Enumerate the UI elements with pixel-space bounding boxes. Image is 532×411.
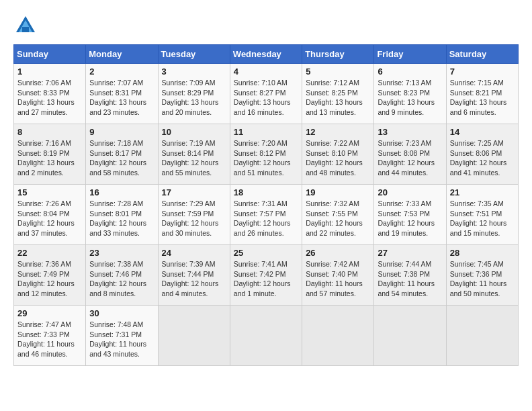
day-header-friday: Friday: [374, 45, 446, 64]
day-header-sunday: Sunday: [14, 45, 86, 64]
day-header-tuesday: Tuesday: [158, 45, 230, 64]
calendar-cell: 28Sunrise: 7:45 AM Sunset: 7:36 PM Dayli…: [446, 245, 518, 306]
day-number: 20: [378, 187, 442, 197]
day-info: Sunrise: 7:38 AM Sunset: 7:46 PM Dayligh…: [89, 259, 154, 299]
day-header-saturday: Saturday: [446, 45, 518, 64]
calendar-cell: 12Sunrise: 7:22 AM Sunset: 8:10 PM Dayli…: [302, 124, 374, 185]
calendar-cell: 14Sunrise: 7:25 AM Sunset: 8:06 PM Dayli…: [446, 124, 518, 185]
calendar-cell: 30Sunrise: 7:48 AM Sunset: 7:31 PM Dayli…: [86, 306, 158, 366]
day-info: Sunrise: 7:16 AM Sunset: 8:19 PM Dayligh…: [17, 138, 82, 178]
day-info: Sunrise: 7:41 AM Sunset: 7:42 PM Dayligh…: [234, 259, 298, 299]
day-info: Sunrise: 7:26 AM Sunset: 8:04 PM Dayligh…: [17, 199, 82, 238]
day-info: Sunrise: 7:18 AM Sunset: 8:17 PM Dayligh…: [89, 138, 154, 178]
calendar-cell: 10Sunrise: 7:19 AM Sunset: 8:14 PM Dayli…: [158, 124, 230, 185]
day-info: Sunrise: 7:28 AM Sunset: 8:01 PM Dayligh…: [89, 199, 154, 238]
calendar-week-5: 29Sunrise: 7:47 AM Sunset: 7:33 PM Dayli…: [14, 306, 519, 366]
day-number: 30: [89, 308, 154, 318]
svg-rect-2: [22, 27, 29, 32]
day-number: 15: [17, 187, 82, 197]
calendar-table: SundayMondayTuesdayWednesdayThursdayFrid…: [13, 44, 519, 366]
day-info: Sunrise: 7:44 AM Sunset: 7:38 PM Dayligh…: [378, 259, 442, 299]
calendar-cell: 9Sunrise: 7:18 AM Sunset: 8:17 PM Daylig…: [86, 124, 158, 185]
day-number: 27: [378, 248, 442, 258]
calendar-cell: 23Sunrise: 7:38 AM Sunset: 7:46 PM Dayli…: [86, 245, 158, 306]
day-number: 19: [306, 187, 370, 197]
calendar-week-1: 1Sunrise: 7:06 AM Sunset: 8:33 PM Daylig…: [14, 64, 519, 124]
day-number: 26: [306, 248, 370, 258]
calendar-cell: 5Sunrise: 7:12 AM Sunset: 8:25 PM Daylig…: [302, 64, 374, 124]
day-info: Sunrise: 7:33 AM Sunset: 7:53 PM Dayligh…: [378, 199, 442, 238]
day-info: Sunrise: 7:48 AM Sunset: 7:31 PM Dayligh…: [89, 320, 154, 359]
calendar-cell: [446, 306, 518, 366]
calendar-cell: 22Sunrise: 7:36 AM Sunset: 7:49 PM Dayli…: [14, 245, 86, 306]
day-header-wednesday: Wednesday: [230, 45, 302, 64]
calendar-cell: 4Sunrise: 7:10 AM Sunset: 8:27 PM Daylig…: [230, 64, 302, 124]
day-info: Sunrise: 7:22 AM Sunset: 8:10 PM Dayligh…: [306, 138, 370, 178]
calendar-cell: 2Sunrise: 7:07 AM Sunset: 8:31 PM Daylig…: [86, 64, 158, 124]
day-info: Sunrise: 7:23 AM Sunset: 8:08 PM Dayligh…: [378, 138, 442, 178]
calendar-cell: 17Sunrise: 7:29 AM Sunset: 7:59 PM Dayli…: [158, 185, 230, 245]
day-number: 6: [378, 66, 442, 77]
day-number: 8: [17, 127, 82, 137]
page-header: [13, 13, 519, 38]
calendar-cell: 26Sunrise: 7:42 AM Sunset: 7:40 PM Dayli…: [302, 245, 374, 306]
day-number: 28: [450, 248, 515, 258]
day-number: 2: [89, 66, 154, 77]
day-info: Sunrise: 7:15 AM Sunset: 8:21 PM Dayligh…: [450, 78, 515, 118]
calendar-cell: 27Sunrise: 7:44 AM Sunset: 7:38 PM Dayli…: [374, 245, 446, 306]
calendar-cell: 11Sunrise: 7:20 AM Sunset: 8:12 PM Dayli…: [230, 124, 302, 185]
day-number: 1: [17, 66, 82, 77]
calendar-cell: 19Sunrise: 7:32 AM Sunset: 7:55 PM Dayli…: [302, 185, 374, 245]
calendar-cell: 15Sunrise: 7:26 AM Sunset: 8:04 PM Dayli…: [14, 185, 86, 245]
day-number: 21: [450, 187, 515, 197]
day-info: Sunrise: 7:36 AM Sunset: 7:49 PM Dayligh…: [17, 259, 82, 299]
day-info: Sunrise: 7:06 AM Sunset: 8:33 PM Dayligh…: [17, 78, 82, 118]
day-number: 5: [306, 66, 370, 77]
calendar-cell: 1Sunrise: 7:06 AM Sunset: 8:33 PM Daylig…: [14, 64, 86, 124]
calendar-cell: 6Sunrise: 7:13 AM Sunset: 8:23 PM Daylig…: [374, 64, 446, 124]
day-info: Sunrise: 7:42 AM Sunset: 7:40 PM Dayligh…: [306, 259, 370, 299]
calendar-cell: 20Sunrise: 7:33 AM Sunset: 7:53 PM Dayli…: [374, 185, 446, 245]
days-header-row: SundayMondayTuesdayWednesdayThursdayFrid…: [14, 45, 519, 64]
day-header-thursday: Thursday: [302, 45, 374, 64]
day-number: 7: [450, 66, 515, 77]
calendar-cell: [230, 306, 302, 366]
calendar-cell: 3Sunrise: 7:09 AM Sunset: 8:29 PM Daylig…: [158, 64, 230, 124]
day-number: 10: [162, 127, 226, 137]
calendar-cell: 7Sunrise: 7:15 AM Sunset: 8:21 PM Daylig…: [446, 64, 518, 124]
day-number: 9: [89, 127, 154, 137]
day-info: Sunrise: 7:39 AM Sunset: 7:44 PM Dayligh…: [162, 259, 226, 299]
day-number: 13: [378, 127, 442, 137]
day-info: Sunrise: 7:47 AM Sunset: 7:33 PM Dayligh…: [17, 320, 82, 359]
calendar-week-4: 22Sunrise: 7:36 AM Sunset: 7:49 PM Dayli…: [14, 245, 519, 306]
calendar-cell: 8Sunrise: 7:16 AM Sunset: 8:19 PM Daylig…: [14, 124, 86, 185]
logo: [13, 13, 42, 38]
day-number: 23: [89, 248, 154, 258]
calendar-cell: [374, 306, 446, 366]
calendar-cell: [158, 306, 230, 366]
calendar-cell: 21Sunrise: 7:35 AM Sunset: 7:51 PM Dayli…: [446, 185, 518, 245]
day-info: Sunrise: 7:09 AM Sunset: 8:29 PM Dayligh…: [162, 78, 226, 118]
day-info: Sunrise: 7:13 AM Sunset: 8:23 PM Dayligh…: [378, 78, 442, 118]
day-number: 29: [17, 308, 82, 318]
calendar-week-2: 8Sunrise: 7:16 AM Sunset: 8:19 PM Daylig…: [14, 124, 519, 185]
day-info: Sunrise: 7:29 AM Sunset: 7:59 PM Dayligh…: [162, 199, 226, 238]
calendar-cell: 16Sunrise: 7:28 AM Sunset: 8:01 PM Dayli…: [86, 185, 158, 245]
calendar-cell: [302, 306, 374, 366]
day-info: Sunrise: 7:12 AM Sunset: 8:25 PM Dayligh…: [306, 78, 370, 118]
calendar-cell: 25Sunrise: 7:41 AM Sunset: 7:42 PM Dayli…: [230, 245, 302, 306]
calendar-cell: 29Sunrise: 7:47 AM Sunset: 7:33 PM Dayli…: [14, 306, 86, 366]
day-info: Sunrise: 7:31 AM Sunset: 7:57 PM Dayligh…: [234, 199, 298, 238]
day-number: 16: [89, 187, 154, 197]
day-number: 22: [17, 248, 82, 258]
day-number: 24: [162, 248, 226, 258]
day-info: Sunrise: 7:07 AM Sunset: 8:31 PM Dayligh…: [89, 78, 154, 118]
day-number: 11: [234, 127, 298, 137]
day-info: Sunrise: 7:32 AM Sunset: 7:55 PM Dayligh…: [306, 199, 370, 238]
day-number: 12: [306, 127, 370, 137]
day-number: 18: [234, 187, 298, 197]
day-number: 14: [450, 127, 515, 137]
day-info: Sunrise: 7:45 AM Sunset: 7:36 PM Dayligh…: [450, 259, 515, 299]
calendar-cell: 24Sunrise: 7:39 AM Sunset: 7:44 PM Dayli…: [158, 245, 230, 306]
calendar-cell: 18Sunrise: 7:31 AM Sunset: 7:57 PM Dayli…: [230, 185, 302, 245]
